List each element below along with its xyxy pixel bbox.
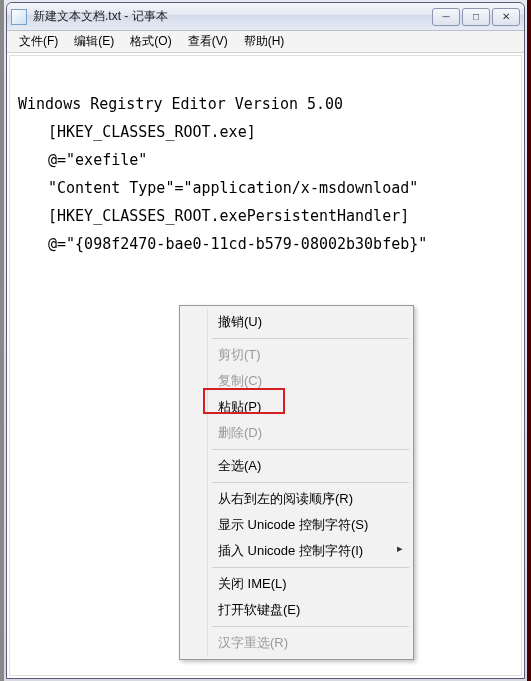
ctx-undo[interactable]: 撤销(U) bbox=[182, 309, 411, 335]
editor-line: [HKEY_CLASSES_ROOT.exePersistentHandler] bbox=[18, 207, 409, 225]
titlebar: 新建文本文档.txt - 记事本 ─ □ ✕ bbox=[7, 3, 524, 31]
ctx-copy[interactable]: 复制(C) bbox=[182, 368, 411, 394]
maximize-button[interactable]: □ bbox=[462, 8, 490, 26]
close-button[interactable]: ✕ bbox=[492, 8, 520, 26]
ctx-rtl[interactable]: 从右到左的阅读顺序(R) bbox=[182, 486, 411, 512]
menu-edit[interactable]: 编辑(E) bbox=[66, 31, 122, 52]
context-menu: 撤销(U) 剪切(T) 复制(C) 粘贴(P) 删除(D) 全选(A) 从右到左… bbox=[179, 305, 414, 660]
menu-help[interactable]: 帮助(H) bbox=[236, 31, 293, 52]
editor-line: @="{098f2470-bae0-11cd-b579-08002b30bfeb… bbox=[18, 235, 427, 253]
ctx-paste[interactable]: 粘贴(P) bbox=[182, 394, 411, 420]
minimize-button[interactable]: ─ bbox=[432, 8, 460, 26]
editor-line: Windows Registry Editor Version 5.00 bbox=[18, 95, 343, 113]
ctx-separator bbox=[212, 482, 409, 483]
ctx-select-all[interactable]: 全选(A) bbox=[182, 453, 411, 479]
ctx-cut[interactable]: 剪切(T) bbox=[182, 342, 411, 368]
ctx-show-unicode[interactable]: 显示 Unicode 控制字符(S) bbox=[182, 512, 411, 538]
ctx-separator bbox=[212, 338, 409, 339]
window-controls: ─ □ ✕ bbox=[432, 8, 520, 26]
window-title: 新建文本文档.txt - 记事本 bbox=[33, 8, 432, 25]
menu-format[interactable]: 格式(O) bbox=[122, 31, 179, 52]
menu-file[interactable]: 文件(F) bbox=[11, 31, 66, 52]
menu-view[interactable]: 查看(V) bbox=[180, 31, 236, 52]
ctx-separator bbox=[212, 449, 409, 450]
ctx-delete[interactable]: 删除(D) bbox=[182, 420, 411, 446]
menubar: 文件(F) 编辑(E) 格式(O) 查看(V) 帮助(H) bbox=[7, 31, 524, 53]
ctx-hanzi[interactable]: 汉字重选(R) bbox=[182, 630, 411, 656]
ctx-separator bbox=[212, 567, 409, 568]
ctx-insert-unicode[interactable]: 插入 Unicode 控制字符(I) bbox=[182, 538, 411, 564]
ctx-separator bbox=[212, 626, 409, 627]
notepad-icon bbox=[11, 9, 27, 25]
editor-line: [HKEY_CLASSES_ROOT.exe] bbox=[18, 123, 256, 141]
ctx-soft-keyboard[interactable]: 打开软键盘(E) bbox=[182, 597, 411, 623]
editor-line: @="exefile" bbox=[18, 151, 147, 169]
editor-line: "Content Type"="application/x-msdownload… bbox=[18, 179, 418, 197]
ctx-close-ime[interactable]: 关闭 IME(L) bbox=[182, 571, 411, 597]
